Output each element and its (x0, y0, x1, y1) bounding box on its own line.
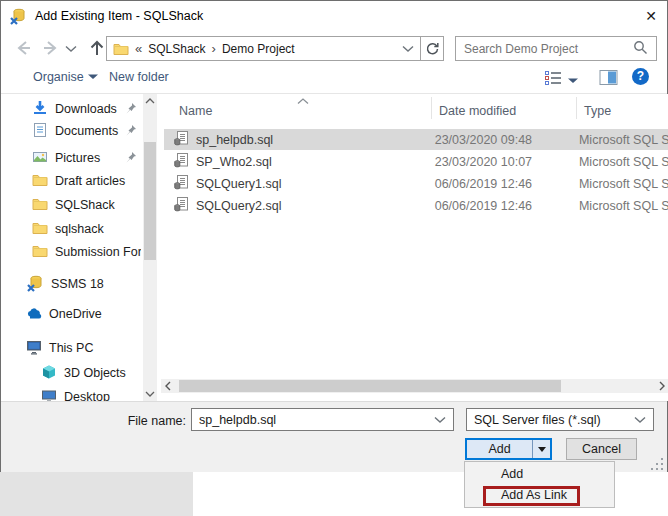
add-button-dropdown[interactable] (532, 440, 550, 458)
file-name-input[interactable]: sp_helpdb.sql (191, 408, 454, 431)
sidebar-scrollbar-thumb[interactable] (144, 142, 156, 260)
title-bar: Add Existing Item - SQLShack ✕ (1, 1, 667, 31)
help-icon[interactable]: ? (632, 68, 649, 85)
chevron-up-icon (297, 94, 309, 108)
desktop-icon (41, 388, 57, 402)
chevron-down-icon[interactable] (65, 42, 85, 62)
search-placeholder: Search Demo Project (464, 42, 578, 56)
back-icon[interactable] (13, 38, 33, 58)
sidebar-item-ssms-18[interactable]: SSMS 18 (26, 273, 141, 295)
details-view-icon[interactable] (544, 69, 563, 90)
search-icon[interactable] (633, 40, 648, 58)
column-divider[interactable] (431, 97, 432, 119)
sidebar-item-desktop[interactable]: Desktop (41, 386, 141, 401)
navigation-pane: DownloadsDocumentsPicturesDraft articles… (1, 94, 161, 401)
refresh-icon[interactable] (421, 36, 444, 61)
file-name: sp_helpdb.sql (196, 133, 435, 147)
file-type-select[interactable]: SQL Server files (*.sql) (466, 408, 654, 431)
chevron-down-icon (538, 447, 546, 452)
sidebar-item-this-pc[interactable]: This PC (26, 337, 141, 359)
file-list: Name Date modified Type sp_helpdb.sql23/… (161, 94, 668, 401)
column-header-name[interactable]: Name (179, 104, 212, 118)
file-name: SQLQuery2.sql (196, 199, 435, 213)
file-date-modified: 06/06/2019 12:46 (435, 177, 579, 191)
sidebar-item-submission-form[interactable]: Submission Form (32, 241, 141, 263)
pin-icon (125, 151, 137, 166)
up-icon[interactable] (87, 38, 107, 58)
download-icon (32, 100, 48, 119)
breadcrumb-sqlshack[interactable]: SQLShack (148, 42, 205, 56)
file-name-value: sp_helpdb.sql (199, 413, 276, 427)
new-folder-button[interactable]: New folder (109, 70, 169, 84)
preview-pane-icon[interactable] (599, 69, 618, 89)
file-row-SQLQuery2.sql[interactable]: SQLQuery2.sql06/06/2019 12:46Microsoft S… (164, 195, 668, 216)
folder-icon (32, 172, 48, 191)
background-area (0, 472, 193, 516)
file-name-label: File name: (66, 414, 186, 428)
chevron-down-icon[interactable] (402, 42, 414, 56)
thispc-icon (26, 339, 42, 358)
chevron-down-icon[interactable] (634, 413, 646, 427)
command-toolbar: Organise New folder ? (1, 63, 667, 94)
add-dropdown-menu: AddAdd As Link (464, 461, 615, 508)
horizontal-scrollbar-thumb[interactable] (179, 380, 561, 392)
screen: Add Existing Item - SQLShack ✕ « SQLShac… (0, 0, 668, 516)
breadcrumb-demo-project[interactable]: Demo Project (222, 42, 295, 56)
sql-file-icon (173, 152, 190, 172)
add-button-label[interactable]: Add (467, 440, 532, 458)
column-header-date-modified[interactable]: Date modified (439, 104, 516, 118)
breadcrumb-separator[interactable]: › (212, 41, 216, 56)
file-type-value: SQL Server files (*.sql) (474, 413, 601, 427)
organise-button[interactable]: Organise (33, 70, 99, 84)
resize-grip-icon[interactable] (651, 458, 665, 471)
horizontal-scrollbar[interactable] (161, 379, 668, 393)
folder-icon (113, 41, 129, 57)
column-divider[interactable] (576, 97, 577, 119)
folder-icon (32, 243, 48, 262)
file-name: SP_Who2.sql (196, 155, 435, 169)
menu-item-add[interactable]: Add (466, 464, 613, 485)
sql-file-icon (173, 174, 190, 194)
address-bar[interactable]: « SQLShack › Demo Project (106, 36, 421, 61)
file-date-modified: 23/03/2020 09:48 (435, 133, 579, 147)
close-icon[interactable]: ✕ (635, 1, 667, 31)
file-date-modified: 06/06/2019 12:46 (435, 199, 579, 213)
file-row-SQLQuery1.sql[interactable]: SQLQuery1.sql06/06/2019 12:46Microsoft S… (164, 173, 668, 194)
sql-file-icon (173, 196, 190, 216)
add-button[interactable]: Add (465, 438, 552, 460)
forward-icon[interactable] (41, 38, 61, 58)
file-type: Microsoft SQL S (579, 177, 668, 191)
pin-icon (125, 124, 137, 139)
pin-icon (125, 102, 137, 117)
scroll-down-icon[interactable] (143, 387, 157, 401)
menu-item-add-as-link[interactable]: Add As Link (466, 485, 613, 506)
view-options-chevron-icon[interactable] (567, 74, 579, 88)
breadcrumb-prefix[interactable]: « (135, 41, 142, 56)
picture-icon (32, 149, 48, 168)
column-header-type[interactable]: Type (584, 104, 611, 118)
sidebar-item-sqlshack[interactable]: sqlshack (32, 218, 141, 240)
scroll-left-icon[interactable] (161, 379, 175, 393)
cube-icon (41, 364, 57, 383)
ssms-icon (26, 274, 44, 295)
onedrive-icon (26, 305, 42, 324)
sidebar-item-draft-articles[interactable]: Draft articles (32, 170, 141, 192)
sidebar-item-3d-objects[interactable]: 3D Objects (41, 362, 141, 384)
folder-icon (32, 196, 48, 215)
cancel-button[interactable]: Cancel (566, 438, 637, 460)
file-type: Microsoft SQL S (579, 155, 668, 169)
sidebar-item-sqlshack[interactable]: SQLShack (32, 194, 141, 216)
scroll-right-icon[interactable] (655, 379, 668, 393)
chevron-down-icon[interactable] (434, 413, 446, 427)
search-input[interactable]: Search Demo Project (455, 36, 657, 61)
file-date-modified: 23/03/2020 10:07 (435, 155, 579, 169)
window-title: Add Existing Item - SQLShack (35, 9, 203, 23)
file-row-sp_helpdb.sql[interactable]: sp_helpdb.sql23/03/2020 09:48Microsoft S… (164, 129, 668, 150)
document-icon (32, 122, 48, 141)
file-type: Microsoft SQL S (579, 199, 668, 213)
file-name: SQLQuery1.sql (196, 177, 435, 191)
sidebar-item-onedrive[interactable]: OneDrive (26, 303, 141, 325)
ssms-icon (9, 7, 27, 25)
file-row-SP_Who2.sql[interactable]: SP_Who2.sql23/03/2020 10:07Microsoft SQL… (164, 151, 668, 172)
scroll-up-icon[interactable] (143, 94, 157, 108)
